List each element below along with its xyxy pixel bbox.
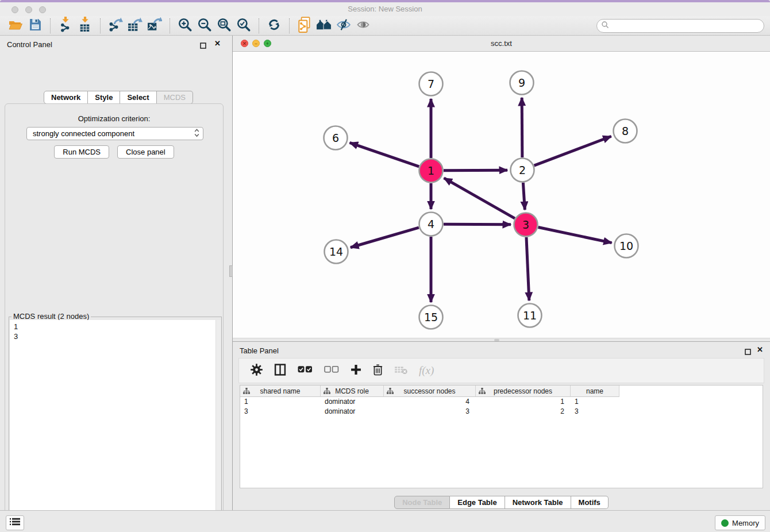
zoom-selected-button[interactable] bbox=[234, 17, 253, 34]
cell-MCDS-role[interactable]: dominator bbox=[321, 407, 384, 417]
cell-successor-nodes[interactable]: 4 bbox=[384, 397, 476, 407]
network-window-titlebar[interactable]: ✕ − + scc.txt bbox=[233, 36, 770, 52]
minimize-window-icon[interactable] bbox=[25, 6, 32, 13]
cell-predecessor-nodes[interactable]: 2 bbox=[476, 407, 571, 417]
graph-node-4[interactable]: 4 bbox=[419, 213, 443, 236]
toolbar-separator bbox=[50, 18, 51, 33]
refresh-icon bbox=[267, 17, 282, 34]
column-header-successor-nodes[interactable]: successor nodes bbox=[384, 385, 476, 397]
table-row[interactable]: 3dominator323 bbox=[240, 407, 763, 417]
graph-node-8[interactable]: 8 bbox=[614, 119, 637, 143]
export-network-button[interactable] bbox=[106, 17, 125, 34]
optimization-criterion-select[interactable]: strongly connected component bbox=[26, 127, 203, 140]
close-window-icon[interactable] bbox=[11, 6, 18, 13]
delete-button[interactable] bbox=[373, 364, 383, 378]
show-details-button[interactable] bbox=[353, 17, 373, 34]
tab-motifs[interactable]: Motifs bbox=[571, 496, 609, 509]
svg-text:8: 8 bbox=[622, 125, 629, 137]
graph-node-11[interactable]: 11 bbox=[518, 304, 542, 327]
cell-MCDS-role[interactable]: dominator bbox=[321, 397, 384, 407]
search-input[interactable] bbox=[611, 20, 764, 32]
hide-details-button[interactable] bbox=[334, 17, 353, 34]
import-network-button[interactable] bbox=[56, 17, 75, 34]
tab-select[interactable]: Select bbox=[120, 91, 156, 104]
result-scrollbar[interactable] bbox=[215, 320, 221, 532]
tab-edge-table[interactable]: Edge Table bbox=[450, 496, 505, 509]
table-row[interactable]: 1dominator411 bbox=[240, 397, 763, 407]
column-header-shared-name[interactable]: shared name bbox=[240, 385, 321, 397]
columns-button[interactable] bbox=[274, 364, 286, 378]
save-button[interactable] bbox=[25, 17, 45, 34]
export-image-button[interactable] bbox=[145, 17, 164, 34]
tab-network[interactable]: Network bbox=[44, 91, 88, 104]
graph-edge-1-2[interactable] bbox=[444, 170, 507, 171]
float-panel-icon[interactable] bbox=[200, 41, 207, 48]
graph-edge-3-10[interactable] bbox=[538, 228, 612, 243]
close-panel-icon[interactable]: ✕ bbox=[214, 39, 221, 48]
graph-node-6[interactable]: 6 bbox=[324, 126, 348, 150]
graph-edge-3-1[interactable] bbox=[444, 178, 515, 218]
run-mcds-button[interactable]: Run MCDS bbox=[54, 145, 109, 159]
graph-edge-4-3[interactable] bbox=[444, 224, 511, 225]
graph-edge-2-8[interactable] bbox=[534, 136, 611, 165]
home-button[interactable] bbox=[314, 17, 334, 34]
zoom-out-button[interactable] bbox=[195, 17, 214, 34]
graph-node-3[interactable]: 3 bbox=[514, 213, 538, 237]
gear-button[interactable] bbox=[251, 364, 263, 378]
tab-mcds[interactable]: MCDS bbox=[157, 91, 193, 104]
minimize-view-icon[interactable]: − bbox=[252, 40, 260, 47]
maximize-view-icon[interactable]: + bbox=[264, 40, 271, 47]
panel-splitter[interactable] bbox=[229, 36, 233, 510]
graph-node-15[interactable]: 15 bbox=[419, 306, 443, 329]
duplicate-network-button[interactable] bbox=[295, 17, 314, 34]
float-table-panel-icon[interactable] bbox=[745, 347, 752, 354]
zoom-window-icon[interactable] bbox=[39, 6, 46, 13]
column-header-predecessor-nodes[interactable]: predecessor nodes bbox=[476, 385, 571, 397]
deselect-all-button[interactable] bbox=[324, 365, 339, 376]
column-header-MCDS-role[interactable]: MCDS role bbox=[321, 385, 384, 397]
add-button[interactable] bbox=[351, 364, 361, 377]
zoom-in-icon bbox=[178, 17, 192, 34]
graph-node-9[interactable]: 9 bbox=[510, 71, 534, 95]
mcds-result-list[interactable]: 1 3 bbox=[10, 320, 216, 532]
import-table-icon bbox=[78, 17, 92, 35]
graph-node-14[interactable]: 14 bbox=[325, 240, 348, 264]
graph-node-7[interactable]: 7 bbox=[419, 72, 443, 96]
graph-node-1[interactable]: 1 bbox=[419, 159, 443, 183]
cell-shared-name[interactable]: 1 bbox=[240, 397, 321, 407]
zoom-fit-button[interactable] bbox=[214, 17, 234, 34]
export-table-button[interactable] bbox=[125, 17, 145, 34]
search-box[interactable] bbox=[596, 19, 764, 33]
select-all-button[interactable] bbox=[298, 365, 313, 376]
search-icon bbox=[601, 21, 609, 31]
cell-name[interactable]: 1 bbox=[571, 397, 619, 407]
close-panel-button[interactable]: Close panel bbox=[117, 145, 174, 159]
horizontal-splitter[interactable] bbox=[233, 338, 770, 342]
tab-style[interactable]: Style bbox=[88, 91, 120, 104]
graph-node-10[interactable]: 10 bbox=[615, 234, 638, 258]
open-folder-button[interactable] bbox=[6, 17, 25, 34]
close-view-icon[interactable]: ✕ bbox=[241, 40, 248, 47]
column-header-name[interactable]: name bbox=[571, 385, 619, 397]
graph-edge-3-11[interactable] bbox=[526, 237, 529, 300]
memory-button[interactable]: Memory bbox=[715, 515, 765, 530]
import-table-button[interactable] bbox=[75, 17, 95, 34]
cell-shared-name[interactable]: 3 bbox=[240, 407, 321, 417]
splitter-thumb[interactable] bbox=[494, 339, 499, 341]
refresh-button[interactable] bbox=[264, 17, 284, 34]
graph-node-2[interactable]: 2 bbox=[511, 159, 534, 182]
graph-edge-2-3[interactable] bbox=[523, 183, 525, 210]
graph-edge-1-6[interactable] bbox=[350, 142, 419, 166]
table-tabs: Node TableEdge TableNetwork TableMotifs bbox=[233, 496, 770, 509]
tab-node-table[interactable]: Node Table bbox=[394, 496, 450, 509]
network-canvas[interactable]: 7968124314101511 bbox=[233, 52, 770, 338]
zoom-in-button[interactable] bbox=[175, 17, 195, 34]
cell-successor-nodes[interactable]: 3 bbox=[384, 407, 476, 417]
close-table-panel-icon[interactable]: ✕ bbox=[757, 345, 763, 354]
graph-edge-2-9[interactable] bbox=[522, 98, 522, 157]
graph-edge-4-14[interactable] bbox=[351, 228, 419, 248]
cell-name[interactable]: 3 bbox=[571, 407, 619, 417]
task-history-button[interactable] bbox=[6, 515, 24, 530]
cell-predecessor-nodes[interactable]: 1 bbox=[476, 397, 571, 407]
tab-network-table[interactable]: Network Table bbox=[505, 496, 571, 509]
